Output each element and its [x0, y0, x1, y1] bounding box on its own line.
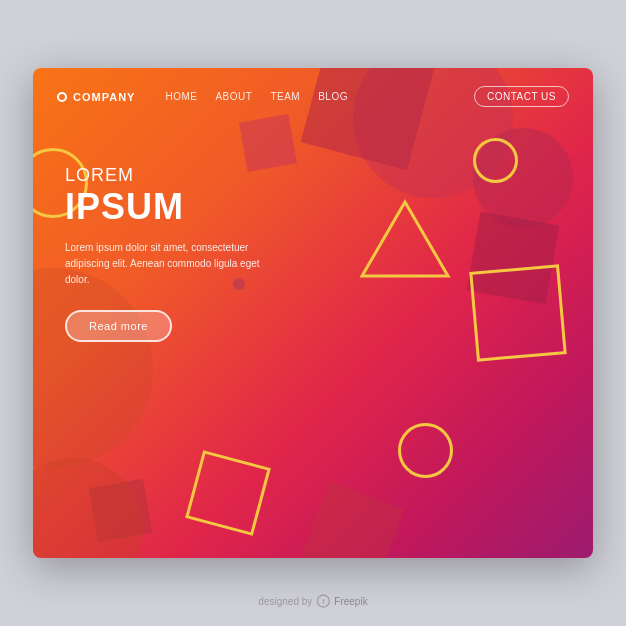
shape-circle-bottom-mid: [398, 423, 453, 478]
shape-square-bottom-center: [302, 482, 405, 558]
page-wrapper: COMPANY HOME ABOUT TEAM BLOG CONTACT US …: [33, 68, 593, 558]
nav-link-team[interactable]: TEAM: [270, 91, 300, 102]
nav-link-blog[interactable]: BLOG: [318, 91, 348, 102]
shape-big-circle-bottom-left: [33, 458, 143, 558]
hero-description: Lorem ipsum dolor sit amet, consectetuer…: [65, 240, 265, 288]
read-more-button[interactable]: Read more: [65, 310, 172, 342]
navbar: COMPANY HOME ABOUT TEAM BLOG CONTACT US: [33, 68, 593, 125]
svg-text:f: f: [322, 598, 325, 605]
hero-section: LOREM IPSUM Lorem ipsum dolor sit amet, …: [33, 125, 593, 382]
nav-link-home[interactable]: HOME: [165, 91, 197, 102]
attribution-text: designed by: [258, 596, 312, 607]
brand-dot-icon: [57, 92, 67, 102]
brand-name: COMPANY: [73, 91, 135, 103]
landing-page: COMPANY HOME ABOUT TEAM BLOG CONTACT US …: [33, 68, 593, 558]
nav-contact-button[interactable]: CONTACT US: [474, 86, 569, 107]
freepik-brand: Freepik: [334, 596, 367, 607]
footer-attribution: designed by f Freepik: [258, 594, 367, 608]
nav-brand: COMPANY: [57, 91, 135, 103]
nav-links: HOME ABOUT TEAM BLOG: [165, 91, 474, 102]
hero-title: IPSUM: [65, 187, 561, 227]
freepik-logo-icon: f: [316, 594, 330, 608]
shape-square-bottom-left: [185, 450, 271, 536]
nav-link-about[interactable]: ABOUT: [215, 91, 252, 102]
hero-subtitle: LOREM: [65, 165, 561, 187]
